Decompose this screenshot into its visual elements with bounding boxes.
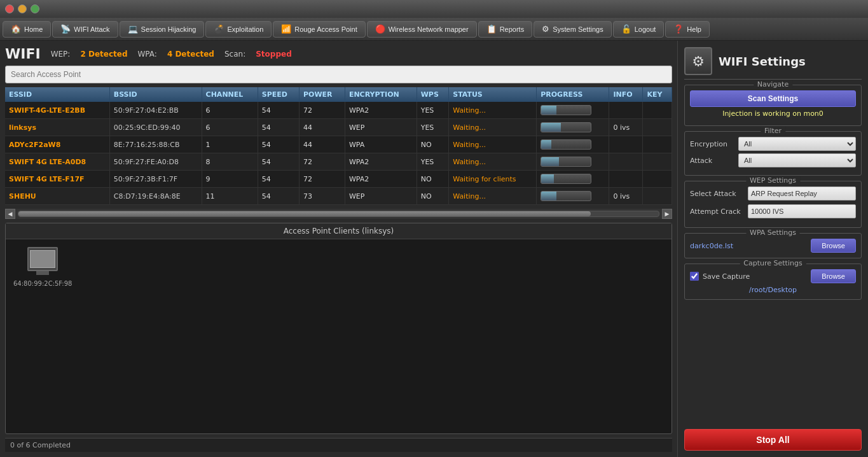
cell-power: 73 xyxy=(299,188,345,205)
client-panel-header: Access Point Clients (linksys) xyxy=(6,223,672,239)
wep-settings-label: WEP Settings xyxy=(746,176,800,185)
table-row[interactable]: SWIFT 4G LTE-A0D8 50:9F:27:FE:A0:D8 8 54… xyxy=(5,153,672,171)
cell-speed: 54 xyxy=(258,136,299,153)
cell-status: Waiting for clients xyxy=(449,171,537,188)
nav-system-settings[interactable]: ⚙ System Settings xyxy=(534,21,611,38)
close-button[interactable] xyxy=(5,4,14,13)
nav-session-label: Session Hijacking xyxy=(141,25,196,33)
cell-wps: YES xyxy=(417,102,449,119)
cell-channel: 9 xyxy=(202,171,258,188)
maximize-button[interactable] xyxy=(31,4,39,13)
cell-encryption: WPA2 xyxy=(345,153,417,171)
settings-icon: ⚙ xyxy=(542,24,549,34)
rouge-icon: 📶 xyxy=(281,24,291,34)
table-row[interactable]: linksys 00:25:9C:ED:99:40 6 54 44 WEP YE… xyxy=(5,119,672,136)
gear-icon: ⚙ xyxy=(684,47,712,75)
cell-speed: 54 xyxy=(258,171,299,188)
encryption-select[interactable]: All xyxy=(738,137,856,151)
search-input[interactable] xyxy=(5,66,672,83)
cell-essid: ADYc2F2aW8 xyxy=(5,136,109,153)
nav-wireless-mapper[interactable]: 🔴 Wireless Network mapper xyxy=(367,21,477,38)
wpa-settings-section: WPA Settings darkc0de.lst Browse xyxy=(684,233,862,258)
cell-info: 0 ivs xyxy=(609,188,643,205)
scroll-left-arrow[interactable]: ◀ xyxy=(5,209,15,219)
cell-status: Waiting... xyxy=(449,102,537,119)
cell-essid: linksys xyxy=(5,119,109,136)
attempt-crack-input[interactable] xyxy=(748,204,856,218)
table-row[interactable]: SWIFT-4G-LTE-E2BB 50:9F:27:04:E2:BB 6 54… xyxy=(5,102,672,119)
wep-settings-section: WEP Settings Select Attack Attempt Crack xyxy=(684,181,862,228)
nav-help-label: Help xyxy=(687,25,701,33)
col-status: STATUS xyxy=(449,87,537,102)
home-icon: 🏠 xyxy=(11,24,21,34)
table-row[interactable]: ADYc2F2aW8 8E:77:16:25:88:CB 1 54 44 WPA… xyxy=(5,136,672,153)
wpa-row: darkc0de.lst Browse xyxy=(690,239,856,253)
scan-settings-button[interactable]: Scan Settings xyxy=(690,90,856,107)
cell-speed: 54 xyxy=(258,119,299,136)
scroll-thumb[interactable] xyxy=(18,211,591,216)
col-encryption: ENCRYPTION xyxy=(345,87,417,102)
cell-status: Waiting... xyxy=(449,136,537,153)
cell-channel: 8 xyxy=(202,153,258,171)
cell-wps: NO xyxy=(417,136,449,153)
table-header-row: ESSID BSSID CHANNEL SPEED POWER ENCRYPTI… xyxy=(5,87,672,102)
titlebar xyxy=(0,0,868,18)
table-row[interactable]: SWIFT 4G LTE-F17F 50:9F:27:3B:F1:7F 9 54… xyxy=(5,171,672,188)
nav-reports[interactable]: 📋 Reports xyxy=(478,21,533,38)
cell-essid: SWIFT-4G-LTE-E2BB xyxy=(5,102,109,119)
nav-home-label: Home xyxy=(24,25,43,33)
status-bar: 0 of 6 Completed xyxy=(5,438,672,452)
cell-bssid: 00:25:9C:ED:99:40 xyxy=(109,119,202,136)
capture-settings-section: Capture Settings Save Capture Browse /ro… xyxy=(684,264,862,300)
nav-wifi-attack[interactable]: 📡 WIFI Attack xyxy=(52,21,118,38)
nav-session-hijacking[interactable]: 💻 Session Hijacking xyxy=(120,21,205,38)
cell-progress xyxy=(537,102,609,119)
nav-home[interactable]: 🏠 Home xyxy=(3,21,51,38)
nav-exploitation[interactable]: 💣 Exploitation xyxy=(205,21,272,38)
monitor-screen xyxy=(30,250,55,268)
cell-encryption: WPA2 xyxy=(345,102,417,119)
table-row[interactable]: SHEHU C8:D7:19:E4:8A:8E 11 54 73 WEP NO … xyxy=(5,188,672,205)
capture-browse-button[interactable]: Browse xyxy=(811,269,856,283)
save-capture-row: Save Capture Browse xyxy=(690,269,856,283)
cell-key xyxy=(643,188,672,205)
attack-filter-row: Attack All xyxy=(690,153,856,167)
cell-bssid: 8E:77:16:25:88:CB xyxy=(109,136,202,153)
col-key: KEY xyxy=(643,87,672,102)
session-icon: 💻 xyxy=(128,24,138,34)
logout-icon: 🔓 xyxy=(621,24,631,34)
scroll-track[interactable] xyxy=(18,211,659,217)
client-item: 64:80:99:2C:5F:98 xyxy=(13,247,72,287)
save-capture-checkbox[interactable] xyxy=(690,272,699,281)
spacer xyxy=(684,305,862,424)
nav-rouge-ap[interactable]: 📶 Rouge Access Point xyxy=(273,21,365,38)
attack-select[interactable]: All xyxy=(738,153,856,167)
cell-progress xyxy=(537,171,609,188)
cell-wps: NO xyxy=(417,188,449,205)
wpa-browse-button[interactable]: Browse xyxy=(811,239,856,253)
nav-help[interactable]: ❓ Help xyxy=(665,21,710,38)
nav-wifi-label: WIFI Attack xyxy=(74,25,109,33)
capture-path: /root/Desktop xyxy=(690,286,856,294)
cell-encryption: WEP xyxy=(345,119,417,136)
cell-essid: SWIFT 4G LTE-F17F xyxy=(5,171,109,188)
select-attack-input[interactable] xyxy=(748,186,856,200)
cell-speed: 54 xyxy=(258,153,299,171)
nav-mapper-label: Wireless Network mapper xyxy=(389,25,469,33)
wep-label: WEP: xyxy=(51,50,71,59)
cell-bssid: 50:9F:27:FE:A0:D8 xyxy=(109,153,202,171)
minimize-button[interactable] xyxy=(18,4,27,13)
cell-wps: NO xyxy=(417,171,449,188)
scroll-right-arrow[interactable]: ▶ xyxy=(662,209,672,219)
cell-info: 0 ivs xyxy=(609,119,643,136)
cell-info xyxy=(609,153,643,171)
stop-all-button[interactable]: Stop All xyxy=(684,429,862,451)
wpa-filename: darkc0de.lst xyxy=(690,242,807,250)
nav-logout[interactable]: 🔓 Logout xyxy=(613,21,665,38)
attempt-crack-row: Attempt Crack xyxy=(690,204,856,218)
cell-bssid: 50:9F:27:3B:F1:7F xyxy=(109,171,202,188)
cell-wps: YES xyxy=(417,119,449,136)
cell-progress xyxy=(537,188,609,205)
select-attack-label: Select Attack xyxy=(690,190,744,198)
horizontal-scrollbar[interactable]: ◀ ▶ xyxy=(5,209,672,219)
